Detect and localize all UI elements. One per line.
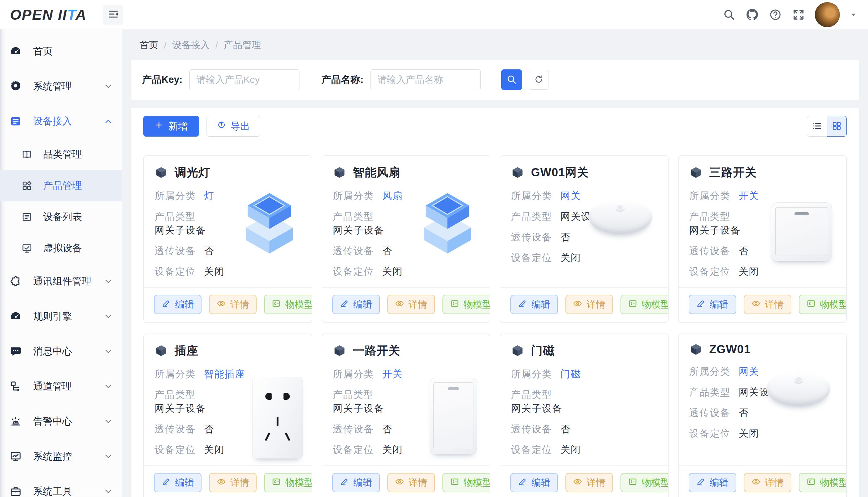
detail-button[interactable]: 详情 (387, 295, 435, 314)
locate-value: 关闭 (204, 444, 225, 455)
add-button[interactable]: 新增 (143, 116, 199, 137)
product-card: ZGW01 所属分类网关 产品类型网关设备 透传设备否 设备定位关闭 编辑 详情… (678, 333, 847, 497)
export-button[interactable]: 导出 (207, 116, 260, 137)
category-label: 所属分类 (511, 369, 552, 380)
list-view-button[interactable] (807, 116, 827, 137)
sidebar-item-chat[interactable]: 消息中心 (0, 334, 122, 369)
product-card: 一路开关 所属分类开关 产品类型网关子设备 透传设备否 设备定位关闭 编辑 详情… (322, 333, 491, 497)
help-icon[interactable] (769, 8, 782, 22)
sidebar-item-tree[interactable]: 通道管理 (0, 369, 122, 404)
product-key-label: 产品Key: (142, 73, 182, 86)
chevron-down-icon (104, 452, 113, 461)
thing-model-button[interactable]: 物模型 (264, 473, 312, 492)
detail-button[interactable]: 详情 (387, 473, 435, 492)
locate-label: 设备定位 (689, 266, 731, 277)
sidebar-item-server-filled[interactable]: 设备接入 (0, 104, 122, 139)
user-caret-down-icon[interactable] (849, 11, 857, 19)
user-avatar[interactable] (815, 2, 840, 27)
product-list-panel: 新增 导出 调光灯 所属分类灯 产品 (131, 108, 859, 497)
category-link[interactable]: 网关 (561, 190, 581, 201)
breadcrumb-home[interactable]: 首页 (140, 39, 158, 52)
detail-button[interactable]: 详情 (565, 295, 613, 314)
sidebar-subitem-server-outline[interactable]: 设备列表 (0, 201, 122, 232)
chevron-down-icon (104, 347, 113, 356)
pencil-icon (162, 477, 171, 488)
thing-model-button[interactable]: 物模型 (799, 295, 847, 314)
model-box-icon (628, 477, 637, 488)
category-link[interactable]: 门磁 (561, 369, 581, 380)
eye-icon (217, 299, 226, 310)
toolbar: 新增 导出 (143, 116, 847, 137)
product-name-input[interactable] (371, 69, 481, 90)
edit-button[interactable]: 编辑 (154, 295, 202, 314)
product-card: 插座 所属分类智能插座 产品类型网关子设备 透传设备否 设备定位关闭 编辑 详情… (143, 333, 312, 497)
thing-model-button[interactable]: 物模型 (799, 473, 847, 492)
sidebar-item-gauge[interactable]: 规则引擎 (0, 299, 122, 334)
sidebar-item-gear[interactable]: 系统管理 (0, 69, 122, 104)
category-link[interactable]: 网关 (739, 366, 759, 377)
gauge-icon (9, 310, 22, 323)
sidebar-subitem-monitor-check[interactable]: 虚拟设备 (0, 232, 122, 264)
fullscreen-icon[interactable] (791, 8, 805, 22)
edit-button[interactable]: 编辑 (510, 295, 558, 314)
sidebar-collapse-button[interactable] (103, 5, 123, 25)
github-icon[interactable] (745, 8, 759, 22)
edit-button[interactable]: 编辑 (510, 473, 558, 492)
edit-button[interactable]: 编辑 (154, 473, 202, 492)
passthrough-label: 透传设备 (689, 407, 731, 418)
product-name: 三路开关 (709, 165, 757, 180)
detail-button[interactable]: 详情 (209, 473, 257, 492)
locate-label: 设备定位 (155, 444, 196, 455)
search-icon[interactable] (722, 8, 736, 22)
detail-button[interactable]: 详情 (565, 473, 613, 492)
passthrough-value: 否 (561, 424, 571, 435)
locate-label: 设备定位 (333, 266, 374, 277)
eye-icon (751, 299, 761, 310)
sidebar-item-monitor[interactable]: 系统监控 (0, 439, 122, 474)
detail-button[interactable]: 详情 (209, 295, 257, 314)
edit-button[interactable]: 编辑 (332, 473, 380, 492)
category-link[interactable]: 风扇 (382, 190, 403, 201)
edit-button[interactable]: 编辑 (689, 295, 736, 314)
category-link[interactable]: 开关 (382, 369, 403, 380)
pencil-icon (340, 477, 349, 488)
reset-refresh-button[interactable] (529, 70, 549, 90)
sidebar-item-puzzle[interactable]: 通讯组件管理 (0, 264, 122, 299)
grid-view-button[interactable] (827, 116, 847, 137)
main-content: 首页 / 设备接入 / 产品管理 产品Key: 产品名称: 新增 导出 (122, 29, 868, 497)
type-value: 网关子设备 (155, 402, 253, 415)
chevron-up-icon (104, 117, 113, 126)
sidebar-item-dashboard[interactable]: 首页 (0, 34, 122, 69)
locate-value: 关闭 (204, 266, 225, 277)
sidebar-subitem-book[interactable]: 品类管理 (0, 139, 122, 170)
type-label: 产品类型 (689, 387, 731, 398)
product-key-input[interactable] (189, 69, 300, 90)
model-box-icon (807, 299, 816, 310)
detail-button[interactable]: 详情 (744, 295, 791, 314)
type-label: 产品类型 (155, 389, 196, 400)
header-actions (722, 2, 868, 27)
edit-button[interactable]: 编辑 (689, 473, 736, 492)
passthrough-label: 透传设备 (333, 424, 374, 435)
eye-icon (217, 477, 226, 488)
category-link[interactable]: 灯 (204, 190, 214, 201)
sidebar-item-alarm[interactable]: 告警中心 (0, 404, 122, 439)
detail-button[interactable]: 详情 (744, 473, 791, 492)
product-name: ZGW01 (709, 343, 750, 356)
product-image-cube-stack (237, 191, 302, 258)
alarm-icon (9, 415, 22, 428)
thing-model-button[interactable]: 物模型 (264, 295, 312, 314)
thing-model-button[interactable]: 物模型 (620, 295, 669, 314)
monitor-check-icon (21, 243, 32, 254)
sidebar-subitem-grid-diamond[interactable]: 产品管理 (0, 170, 122, 201)
category-link[interactable]: 智能插座 (204, 369, 245, 380)
thing-model-button[interactable]: 物模型 (442, 295, 491, 314)
breadcrumb-device-access[interactable]: 设备接入 (172, 39, 210, 52)
type-label: 产品类型 (689, 211, 731, 222)
category-link[interactable]: 开关 (739, 190, 759, 201)
thing-model-button[interactable]: 物模型 (442, 473, 491, 492)
thing-model-button[interactable]: 物模型 (620, 473, 669, 492)
search-submit-button[interactable] (501, 69, 522, 90)
edit-button[interactable]: 编辑 (332, 295, 380, 314)
sidebar-item-briefcase[interactable]: 系统工具 (0, 474, 122, 497)
